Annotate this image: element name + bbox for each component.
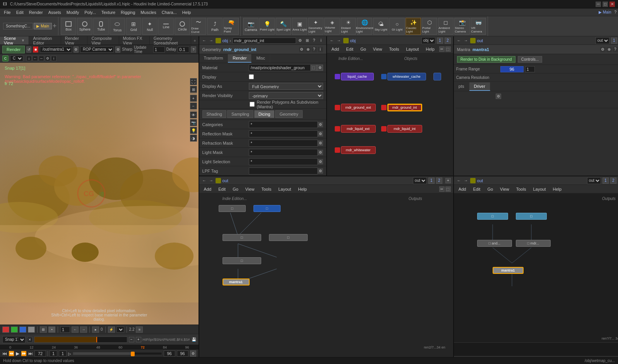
tool-null[interactable]: ✦Null xyxy=(142,18,157,35)
node-rndr-whitewater[interactable]: rndr_whitewater xyxy=(335,146,376,154)
tool-draw-curve[interactable]: 〜Draw Curve xyxy=(191,18,206,35)
prop-name-input[interactable] xyxy=(233,38,296,44)
lpf-tag-input[interactable] xyxy=(249,167,318,174)
tool-volume-light[interactable]: ◈Volume Light xyxy=(324,18,340,35)
menu-render[interactable]: Render xyxy=(27,9,45,15)
mantra-nav-back[interactable]: ← xyxy=(456,38,462,43)
render-polygons-checkbox[interactable] xyxy=(250,102,255,107)
mb-out-node4[interactable]: □ mdr... xyxy=(516,240,551,247)
frame-marker[interactable] xyxy=(131,352,135,356)
mantra-zoom-icon[interactable]: ⊕ xyxy=(606,47,612,52)
color-mode-button[interactable]: C xyxy=(2,55,9,62)
nav-settings-button[interactable]: ⚙ xyxy=(45,56,50,61)
prop-gear-icon[interactable]: ⚙ xyxy=(298,38,303,43)
delay-input[interactable] xyxy=(178,46,189,53)
vp-cam-button[interactable]: 📷 xyxy=(190,119,197,126)
tool-gi-light[interactable]: ○GI Light xyxy=(389,18,405,35)
ng-nav-forward[interactable]: → xyxy=(336,38,342,43)
timeline-settings-button[interactable]: ⚙ xyxy=(190,350,196,357)
light-mask-button[interactable]: ⚙ xyxy=(318,150,323,155)
light-selection-button[interactable]: ⚙ xyxy=(318,159,323,164)
ng-nav-back[interactable]: ← xyxy=(329,38,335,43)
start-frame-input[interactable] xyxy=(50,350,57,357)
ng-nav-down-button[interactable]: 2 xyxy=(445,38,451,44)
channel-select[interactable]: C xyxy=(10,55,23,62)
current-frame-input[interactable] xyxy=(34,350,46,357)
timeline-scrubber[interactable] xyxy=(34,337,127,343)
color-green-button[interactable] xyxy=(11,326,18,333)
prop-zoom-icon[interactable]: ⊞ xyxy=(305,38,310,43)
close-button[interactable]: ✕ xyxy=(609,2,615,7)
lpf-tag-button[interactable]: ⚙ xyxy=(318,168,323,174)
refraction-mask-input[interactable] xyxy=(249,140,318,147)
mb-view-item[interactable]: View xyxy=(498,186,512,192)
play-to-end-button[interactable]: ⏭ xyxy=(28,351,33,356)
step-forward-button[interactable]: ⏩ xyxy=(21,351,27,356)
mb-forward[interactable]: → xyxy=(463,178,469,183)
update-time-input[interactable] xyxy=(153,46,165,53)
ng-b-mantra1-node[interactable]: mantra1 xyxy=(223,279,250,285)
node-liquid-cache-box[interactable]: liquid_cache xyxy=(341,73,374,80)
tool-line[interactable]: Line xyxy=(158,18,174,35)
tool-camera[interactable]: 📷Camera xyxy=(243,18,258,35)
ng-b-edit[interactable]: Edit xyxy=(216,186,228,192)
menu-texture[interactable]: Texture xyxy=(99,9,118,15)
node-rndr-liquid-ext[interactable]: rndr_liquid_ext xyxy=(335,125,376,133)
nodegraph-canvas[interactable]: Indie Edition... Objects liquid_cache wh… xyxy=(327,53,453,176)
tool-circle[interactable]: Circle xyxy=(175,18,190,35)
mb-canvas[interactable]: Outputs □ □ □ and... □ mdr... xyxy=(454,193,618,342)
tab-motion-fx[interactable]: Motion FX View xyxy=(119,36,150,44)
tab-close-scene[interactable]: ▼ xyxy=(21,38,25,43)
vp-plus-button[interactable]: + xyxy=(190,95,197,102)
node-whitewater-box[interactable]: whitewater_cache xyxy=(387,73,426,80)
tool-point-light[interactable]: 💡Point Light xyxy=(259,18,275,35)
ng-menu-layout[interactable]: Layout xyxy=(404,46,421,52)
menu-poly[interactable]: Poly... xyxy=(82,9,98,15)
tab-render-view[interactable]: Render View xyxy=(61,36,88,44)
vb-snap-button[interactable]: ⚡ xyxy=(108,326,115,333)
step-back-button[interactable]: ⏪ xyxy=(9,351,14,356)
node-unnamed-box[interactable] xyxy=(433,73,441,80)
ng-b-help[interactable]: Help xyxy=(296,186,309,192)
tab-composite-view[interactable]: Composite View xyxy=(87,36,119,44)
mb-back[interactable]: ← xyxy=(456,178,462,183)
tool-sphere[interactable]: Sphere xyxy=(77,18,92,35)
reflection-button[interactable]: ⚙ xyxy=(318,131,323,137)
node-rndr-liquid-int[interactable]: rndr_liquid_int xyxy=(381,125,422,133)
tool-grid[interactable]: ⊞Grid xyxy=(126,18,141,35)
mantra-nav-forward[interactable]: → xyxy=(463,38,469,43)
menu-file[interactable]: File xyxy=(2,9,13,15)
render-button[interactable]: Render xyxy=(2,46,25,53)
mb-out-node2[interactable]: □ xyxy=(516,213,547,220)
window-controls[interactable]: ─ □ ✕ xyxy=(596,2,615,7)
ng-bottom-back[interactable]: ← xyxy=(202,178,207,183)
material-browse-button[interactable]: ⬚ xyxy=(311,65,317,71)
end-frame-input[interactable] xyxy=(164,350,175,357)
shading-tab-sampling[interactable]: Sampling xyxy=(227,110,253,118)
vp-zoom-button[interactable]: ⊞ xyxy=(190,86,197,93)
ng-b-node3[interactable]: □ xyxy=(223,234,261,241)
tool-box[interactable]: Box xyxy=(61,18,76,35)
vp-minus-button[interactable]: − xyxy=(190,103,197,109)
ng-action1[interactable]: ✂ xyxy=(439,46,445,52)
mantra-tab-driver[interactable]: Driver xyxy=(469,82,490,91)
tool-spray-paint[interactable]: 🔫Spray Paint xyxy=(223,18,239,35)
display-as-select[interactable]: Full Geometry xyxy=(249,83,323,90)
color-blue-button[interactable] xyxy=(19,326,26,333)
ng-bottom-canvas[interactable]: Indie Edition... Outputs □ xyxy=(199,193,453,357)
material-input[interactable] xyxy=(249,64,311,71)
vb-right-button[interactable]: → xyxy=(80,326,87,333)
vb-left-button[interactable]: ← xyxy=(72,326,79,333)
end-frame-input2[interactable] xyxy=(177,350,188,357)
tool-distant-light[interactable]: ☀Distant Light xyxy=(341,18,356,35)
shelf-tab-something[interactable]: SomethingC... xyxy=(3,23,33,29)
menu-edit[interactable]: Edit xyxy=(14,9,26,15)
vb-marker-button[interactable]: ▸ xyxy=(92,326,99,333)
node-rndr-ground-int-box[interactable]: rndr_ground_int xyxy=(387,104,422,111)
tool-env-light[interactable]: 🌐Environment Light xyxy=(357,18,372,35)
play-to-start-button[interactable]: ⏮ xyxy=(2,351,7,356)
mb-out-node3[interactable]: □ and... xyxy=(477,240,512,247)
ng-b-node2[interactable]: □ xyxy=(253,205,281,212)
mb-edit-item[interactable]: Edit xyxy=(471,186,483,192)
snap-select[interactable]: Snap 17 xyxy=(2,336,26,343)
